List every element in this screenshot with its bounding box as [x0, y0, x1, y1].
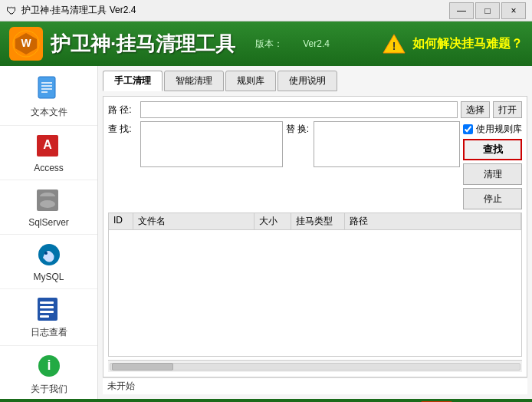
logo-icon: W: [12, 30, 40, 58]
title-bar-text: 护卫神·挂马清理工具 Ver2.4: [21, 4, 136, 17]
log-icon: [35, 295, 63, 323]
find-button[interactable]: 查找: [463, 139, 522, 160]
stop-button[interactable]: 停止: [463, 188, 522, 209]
table-header: ID 文件名 大小 挂马类型 路径: [109, 213, 521, 230]
right-action-panel: 使用规则库 查找 清理 停止: [463, 121, 522, 209]
sidebar-item-access[interactable]: A Access: [0, 126, 97, 180]
scrollbar-thumb[interactable]: [112, 363, 173, 371]
form-panel: 路 径: 选择 打开 查 找: 替 换:: [103, 96, 527, 377]
about-icon: i: [35, 352, 63, 380]
svg-rect-22: [40, 315, 49, 318]
path-input[interactable]: [140, 101, 458, 118]
sidebar-item-text-file[interactable]: 文本文件: [0, 69, 97, 126]
sqlserver-svg: [35, 186, 63, 214]
tab-help[interactable]: 使用说明: [277, 71, 337, 91]
replace-row: 替 换:: [286, 121, 461, 209]
header-right: ! 如何解决挂马难题？: [382, 33, 523, 54]
mysql-svg: [35, 241, 63, 269]
svg-rect-4: [38, 77, 55, 98]
tab-rules[interactable]: 规则库: [225, 71, 276, 91]
header-warning-text[interactable]: 如何解决挂马难题？: [412, 36, 523, 52]
close-button[interactable]: ×: [501, 2, 526, 19]
access-icon: A: [35, 132, 63, 160]
col-path: 路径: [345, 213, 521, 229]
sidebar-item-about[interactable]: i 关于我们: [0, 346, 97, 402]
col-size: 大小: [255, 213, 291, 229]
header-logo: W: [9, 27, 43, 61]
sidebar-sqlserver-label: SqlServer: [28, 217, 69, 228]
sidebar-access-label: Access: [34, 163, 64, 173]
text-file-svg: [35, 75, 63, 103]
sidebar-text-file-label: 文本文件: [31, 106, 67, 119]
results-table: ID 文件名 大小 挂马类型 路径: [108, 213, 522, 357]
svg-text:i: i: [47, 358, 51, 373]
clear-button[interactable]: 清理: [463, 163, 522, 185]
path-row: 路 径: 选择 打开: [108, 101, 522, 118]
svg-rect-21: [40, 311, 54, 313]
horizontal-scrollbar[interactable]: [108, 360, 522, 372]
header-left: W 护卫神·挂马清理工具 版本： Ver2.4: [9, 27, 330, 61]
sidebar: 文本文件 A Access SqlServer: [0, 66, 98, 399]
header-version-label: 版本：: [255, 38, 283, 51]
svg-point-17: [44, 252, 48, 255]
header-version-value: Ver2.4: [303, 38, 330, 49]
sidebar-about-label: 关于我们: [31, 383, 67, 396]
svg-text:W: W: [21, 37, 31, 49]
tab-smart[interactable]: 智能清理: [164, 71, 224, 91]
search-replace-area: 查 找: 替 换: 使用规则库 查找: [108, 121, 522, 209]
sidebar-item-log[interactable]: 日志查看: [0, 289, 97, 346]
search-replace-inputs: 查 找:: [108, 121, 283, 209]
col-filename: 文件名: [133, 213, 255, 229]
title-bar-left: 🛡 护卫神·挂马清理工具 Ver2.4: [6, 4, 136, 17]
replace-inputs: 替 换:: [286, 121, 461, 209]
sidebar-mysql-label: MySQL: [33, 272, 64, 282]
col-type: 挂马类型: [291, 213, 345, 229]
sqlserver-icon: [35, 186, 63, 214]
mysql-icon: [35, 241, 63, 269]
content-area: 手工清理 智能清理 规则库 使用说明 路 径: 选择 打开 查 找:: [98, 66, 532, 399]
svg-text:A: A: [43, 138, 52, 151]
access-svg: A: [35, 132, 63, 160]
search-row: 查 找:: [108, 121, 283, 209]
header-title: 护卫神·挂马清理工具: [51, 31, 235, 58]
app-icon: 🛡: [6, 5, 17, 17]
search-label: 查 找:: [108, 123, 137, 136]
svg-rect-20: [40, 306, 54, 308]
svg-point-15: [40, 200, 55, 208]
minimize-button[interactable]: —: [449, 2, 474, 19]
select-button[interactable]: 选择: [461, 101, 490, 118]
log-svg: [35, 295, 63, 323]
main-container: 文本文件 A Access SqlServer: [0, 66, 532, 399]
col-id: ID: [109, 213, 133, 229]
replace-textarea[interactable]: [314, 121, 461, 167]
sidebar-item-sqlserver[interactable]: SqlServer: [0, 180, 97, 235]
search-textarea[interactable]: [140, 121, 283, 167]
use-rules-checkbox[interactable]: [463, 124, 473, 134]
scrollbar-track: [110, 363, 521, 371]
status-text: 未开始: [107, 380, 135, 393]
status-bar: 未开始: [103, 377, 527, 394]
maximize-button[interactable]: □: [475, 2, 500, 19]
sidebar-item-mysql[interactable]: MySQL: [0, 235, 97, 289]
header: W 护卫神·挂马清理工具 版本： Ver2.4 ! 如何解决挂马难题？: [0, 21, 532, 66]
warning-icon: !: [382, 33, 406, 54]
path-label: 路 径:: [108, 104, 137, 117]
svg-text:!: !: [392, 40, 396, 52]
sidebar-log-label: 日志查看: [31, 326, 67, 339]
about-svg: i: [35, 352, 63, 380]
text-file-icon: [35, 75, 63, 103]
svg-rect-19: [40, 302, 54, 304]
use-rules-label: 使用规则库: [476, 123, 522, 136]
title-bar-controls: — □ ×: [449, 2, 526, 19]
open-button[interactable]: 打开: [493, 101, 522, 118]
table-body: [109, 230, 521, 292]
tab-manual[interactable]: 手工清理: [103, 71, 163, 91]
replace-label: 替 换:: [286, 123, 310, 136]
tab-bar: 手工清理 智能清理 规则库 使用说明: [103, 71, 527, 91]
title-bar: 🛡 护卫神·挂马清理工具 Ver2.4 — □ ×: [0, 0, 532, 21]
use-rules-row: 使用规则库: [463, 123, 522, 136]
